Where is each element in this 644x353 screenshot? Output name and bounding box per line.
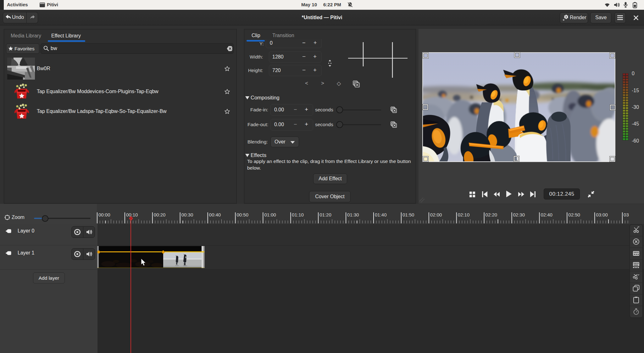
svg-text:01:00: 01:00 xyxy=(264,212,276,217)
svg-text:03:10: 03:10 xyxy=(624,212,629,217)
svg-text:00:30: 00:30 xyxy=(181,212,193,217)
svg-text:02:00: 02:00 xyxy=(430,212,442,217)
svg-text:00:00: 00:00 xyxy=(98,212,110,217)
svg-text:00:40: 00:40 xyxy=(209,212,221,217)
svg-text:02:20: 02:20 xyxy=(486,212,497,217)
svg-text:02:30: 02:30 xyxy=(513,212,525,217)
svg-text:01:20: 01:20 xyxy=(319,212,331,217)
svg-text:00:20: 00:20 xyxy=(154,212,166,217)
svg-text:03:00: 03:00 xyxy=(596,212,608,217)
svg-text:01:10: 01:10 xyxy=(292,212,304,217)
svg-text:02:10: 02:10 xyxy=(458,212,470,217)
svg-text:02:40: 02:40 xyxy=(541,212,552,217)
svg-text:01:30: 01:30 xyxy=(347,212,359,217)
svg-text:01:50: 01:50 xyxy=(402,212,414,217)
svg-text:01:40: 01:40 xyxy=(375,212,387,217)
svg-text:02:50: 02:50 xyxy=(568,212,580,217)
svg-text:00:50: 00:50 xyxy=(237,212,249,217)
